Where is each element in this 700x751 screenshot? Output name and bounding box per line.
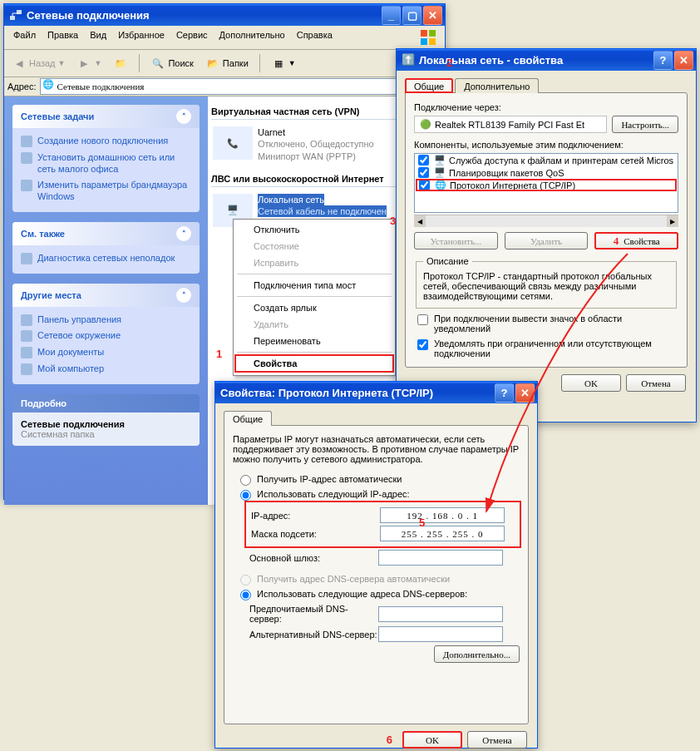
ip-input[interactable]: 192 . 168 . 0 . 1 [380, 507, 505, 523]
notify-checkbox[interactable] [417, 339, 428, 350]
search-icon: 🔍 [150, 56, 165, 71]
components-list[interactable]: 🖥️Служба доступа к файлам и принтерам се… [414, 153, 678, 213]
tab-general[interactable]: Общие [405, 78, 453, 93]
tray-checkbox[interactable] [417, 314, 428, 325]
cancel-button[interactable]: Отмена [467, 731, 527, 749]
network-tasks-header: Сетевые задачи [21, 111, 94, 121]
install-button[interactable]: Установить... [414, 232, 498, 250]
menu-favorites[interactable]: Избранное [112, 27, 170, 47]
comp-icon: 🖥️ [434, 167, 446, 178]
comp-file-sharing[interactable]: 🖥️Служба доступа к файлам и принтерам се… [415, 154, 678, 166]
collapse-icon[interactable]: ˄ [176, 288, 191, 303]
views-button[interactable]: ▦▼ [267, 53, 300, 73]
menu-edit[interactable]: Правка [42, 27, 84, 47]
address-input[interactable] [40, 78, 411, 95]
maximize-button[interactable]: ▢ [402, 6, 421, 25]
dns2-input[interactable] [378, 626, 503, 642]
place-documents[interactable]: Мои документы [21, 344, 191, 361]
menu-tools[interactable]: Сервис [170, 27, 214, 47]
step-6: 6 [387, 734, 392, 751]
auto-ip-label: Получить IP-адрес автоматически [257, 474, 402, 484]
place-control-panel[interactable]: Панель управления [21, 312, 191, 329]
help-button[interactable]: ? [653, 51, 673, 70]
manual-ip-label: Использовать следующий IP-адрес: [257, 489, 410, 499]
notify-label: Уведомлять при ограниченном или отсутств… [434, 338, 678, 358]
gw-input[interactable] [378, 550, 503, 566]
address-bar: Адрес: 🌐 ▶ П [4, 77, 445, 96]
minimize-button[interactable]: _ [382, 6, 401, 25]
details-header: Подробно [21, 398, 67, 408]
ok-button[interactable]: OK [561, 374, 621, 392]
ctx-shortcut[interactable]: Создать ярлык [235, 299, 393, 316]
ok-button[interactable]: OK [402, 731, 462, 749]
see-diagnostics[interactable]: Диагностика сетевых неполадок [21, 250, 191, 267]
see-also-box: См. также˄ Диагностика сетевых неполадок [12, 222, 200, 274]
menu-advanced[interactable]: Дополнительно [214, 27, 291, 47]
lan-name: Локальная сеть [258, 194, 324, 205]
comp-checkbox[interactable] [418, 167, 429, 178]
comp-icon: 🖥️ [434, 155, 446, 166]
comp-checkbox[interactable] [419, 180, 430, 190]
forward-button[interactable]: ▶▼ [72, 53, 106, 73]
folders-button[interactable]: 📂Папки [201, 53, 253, 73]
comp-tcpip[interactable]: 🌐Протокол Интернета (TCP/IP) [416, 179, 677, 191]
task-new-connection[interactable]: Создание нового подключения [21, 133, 191, 150]
radio-manual-dns[interactable] [240, 590, 251, 600]
connect-via-label: Подключение через: [414, 102, 678, 112]
comp-qos[interactable]: 🖥️Планировщик пакетов QoS [415, 166, 678, 179]
tray-label: При подключении вывести значок в области… [434, 314, 678, 334]
help-button[interactable]: ? [495, 383, 514, 403]
back-button[interactable]: ◀Назад▼ [7, 53, 69, 73]
place-network[interactable]: Сетевое окружение [21, 328, 191, 344]
tab-advanced[interactable]: Дополнительно [455, 78, 539, 93]
gw-label: Основной шлюз: [249, 553, 378, 563]
ctx-bridge[interactable]: Подключения типа мост [235, 277, 393, 294]
tcpip-properties-window: Свойства: Протокол Интернета (TCP/IP) ? … [214, 381, 538, 749]
titlebar[interactable]: Свойства: Протокол Интернета (TCP/IP) ? … [215, 382, 537, 403]
titlebar[interactable]: ⬆️ Локальная сеть - свойства ? ✕ [397, 49, 696, 71]
ip-label: IP-адрес: [251, 511, 380, 521]
ctx-delete: Удалить [235, 316, 393, 333]
configure-button[interactable]: Настроить... [612, 116, 678, 133]
forward-icon: ▶ [76, 56, 91, 71]
place-computer[interactable]: Мой компьютер [21, 361, 191, 378]
up-button[interactable]: 📁 [109, 53, 132, 73]
mask-input[interactable]: 255 . 255 . 255 . 0 [380, 526, 505, 541]
dns1-input[interactable] [378, 606, 503, 622]
titlebar[interactable]: Сетевые подключения _ ▢ ✕ [4, 4, 445, 26]
ctx-properties[interactable]: Свойства [235, 355, 393, 372]
context-menu: Отключить Состояние Исправить Подключени… [233, 219, 396, 376]
close-button[interactable]: ✕ [674, 51, 693, 70]
ctx-disable[interactable]: Отключить [235, 221, 393, 238]
advanced-button[interactable]: Дополнительно... [434, 645, 520, 663]
task-firewall[interactable]: Изменить параметры брандмауэра Windows [21, 177, 191, 205]
network-tasks-box: Сетевые задачи˄ Создание нового подключе… [12, 105, 200, 212]
menu-help[interactable]: Справка [291, 27, 338, 47]
ip-block: IP-адрес:192 . 168 . 0 . 1 Маска подсети… [246, 502, 520, 546]
window-title: Свойства: Протокол Интернета (TCP/IP) [220, 387, 495, 399]
radio-manual-ip[interactable] [240, 490, 251, 501]
remove-button[interactable]: Удалить [505, 232, 589, 250]
radio-auto-ip[interactable] [240, 475, 251, 486]
mask-label: Маска подсети: [251, 529, 380, 539]
scrollbar[interactable]: ◀▶ [414, 215, 678, 227]
menu-file[interactable]: Файл [7, 27, 42, 47]
comp-checkbox[interactable] [418, 155, 429, 166]
uarnet-status: Отключено, Общедоступно [258, 138, 374, 150]
menu-view[interactable]: Вид [84, 27, 112, 47]
close-button[interactable]: ✕ [515, 383, 535, 403]
dns2-label: Альтернативный DNS-сервер: [249, 630, 378, 640]
search-button[interactable]: 🔍Поиск [146, 53, 197, 73]
properties-button[interactable]: 4Свойства [594, 232, 678, 250]
close-button[interactable]: ✕ [423, 6, 442, 25]
cancel-button[interactable]: Отмена [626, 374, 686, 392]
ctx-rename[interactable]: Переименовать [235, 333, 393, 349]
collapse-icon[interactable]: ˄ [176, 226, 191, 241]
task-home-network[interactable]: Установить домашнюю сеть или сеть малого… [21, 150, 191, 178]
collapse-icon[interactable]: ˄ [176, 109, 191, 124]
dns1-label: Предпочитаемый DNS-сервер: [249, 604, 378, 624]
windows-flag-icon [415, 27, 441, 47]
address-label: Адрес: [7, 82, 37, 91]
tab-general[interactable]: Общие [224, 411, 272, 426]
description-header: Описание [423, 256, 472, 266]
